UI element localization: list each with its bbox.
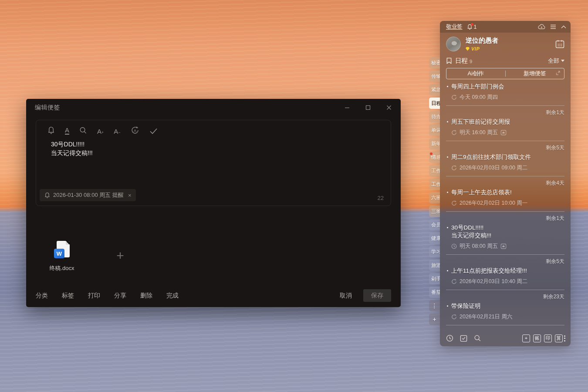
- category-tab-新年[interactable]: 新年: [429, 138, 440, 149]
- note-list-item[interactable]: 带保险证明 2026年02月21日 周六: [446, 302, 564, 325]
- panel-titlebar[interactable]: 敬业签 1: [440, 21, 571, 33]
- note-list-item[interactable]: 上午11点前把报表交给经理!!! 2026年02月03日 10:40 周二: [446, 267, 564, 290]
- note-content-box: A A+ A− A 30号DDL!!!!! 当天记得交稿!!! 2026-: [36, 120, 391, 206]
- alarm-badge-icon: [500, 130, 507, 135]
- editor-action-完成[interactable]: 完成: [166, 292, 179, 299]
- category-tab-剁手[interactable]: 剁手: [429, 273, 440, 284]
- sticky-notes-panel: 秘密传输紧急日程待办单词新年情感工作工作六班三班会员健康学习旅游剁手番茄⋮+ 敬…: [440, 21, 571, 346]
- minimize-button[interactable]: [342, 103, 352, 112]
- check-icon[interactable]: [149, 126, 158, 135]
- time-icon[interactable]: [446, 335, 453, 342]
- menu-icon[interactable]: [550, 24, 556, 29]
- clock-icon: [451, 243, 457, 249]
- editor-action-打印[interactable]: 打印: [88, 292, 100, 299]
- category-tab-紧急[interactable]: 紧急: [429, 84, 440, 95]
- font-decrease-icon[interactable]: A−: [114, 126, 120, 135]
- calendar-icon[interactable]: [555, 40, 564, 48]
- category-tab-传输[interactable]: 传输: [429, 71, 440, 82]
- note-title: 周二9点前往技术部门领取文件: [446, 153, 564, 162]
- editor-action-links: 分类标签打印分享删除完成: [36, 291, 193, 300]
- convert-icon[interactable]: A: [131, 126, 139, 135]
- editor-action-标签[interactable]: 标签: [62, 292, 74, 299]
- note-create-bar: Ai创作 新增便签: [446, 68, 564, 79]
- category-tab-日程[interactable]: 日程: [429, 98, 440, 109]
- editor-title: 编辑便签: [35, 104, 60, 112]
- add-attachment-button[interactable]: +: [107, 243, 133, 269]
- category-tab-三班[interactable]: 三班: [429, 206, 440, 217]
- footer-box-账[interactable]: 账: [533, 335, 541, 342]
- new-note-button[interactable]: 新增便签: [506, 70, 564, 78]
- note-title: 30号DDL!!!!!: [446, 224, 564, 232]
- category-tab-会员[interactable]: 会员: [429, 219, 440, 230]
- category-tab-健康[interactable]: 健康: [429, 233, 440, 244]
- remove-reminder-icon[interactable]: ×: [128, 192, 132, 199]
- notes-list: 每周四上午部门例会 今天 09:00 周四 剩余1天 周五下班前记得交周报 明天…: [440, 79, 571, 330]
- category-tab-工作[interactable]: 工作: [429, 165, 440, 176]
- note-list-item[interactable]: 每周四上午部门例会 今天 09:00 周四: [446, 83, 564, 106]
- note-text-area[interactable]: 30号DDL!!!!! 当天记得交稿!!!: [36, 137, 391, 158]
- search-icon[interactable]: [79, 126, 87, 135]
- bell-icon[interactable]: [47, 126, 55, 135]
- footer-box-+[interactable]: +: [522, 335, 530, 342]
- note-time-text: 2026年02月03日 10:40 周二: [460, 278, 527, 285]
- close-button[interactable]: [384, 103, 394, 112]
- alarm-badge-icon: [500, 243, 507, 249]
- ai-create-button[interactable]: Ai创作: [446, 70, 505, 78]
- note-title-line2: 当天记得交稿!!!: [446, 232, 564, 240]
- category-tab-学习[interactable]: 学习: [429, 246, 440, 257]
- cancel-button[interactable]: 取消: [340, 292, 352, 300]
- category-tab-工作[interactable]: 工作: [429, 179, 440, 190]
- attachment-item[interactable]: W 终稿.docx: [36, 234, 88, 272]
- font-increase-icon[interactable]: A+: [97, 126, 104, 135]
- category-tab-+[interactable]: +: [429, 314, 440, 325]
- more-icon[interactable]: [564, 335, 565, 341]
- bell-icon: [44, 192, 50, 199]
- search-icon[interactable]: [474, 335, 481, 342]
- note-editor-window: 编辑便签 A: [26, 99, 401, 307]
- maximize-button[interactable]: [363, 103, 373, 112]
- category-tab-六班[interactable]: 六班: [429, 192, 440, 203]
- note-list-item[interactable]: 每周一上午去总店领表! 2026年02月02日 10:00 周一: [446, 189, 564, 212]
- reminder-chip[interactable]: 2026-01-30 08:00 周五 提醒 ×: [40, 189, 136, 201]
- category-tab-番茄[interactable]: 番茄: [429, 287, 440, 298]
- svg-text:A: A: [134, 128, 136, 133]
- repeat-icon: [451, 200, 457, 206]
- footer-box-印[interactable]: 印: [544, 335, 552, 342]
- footer-box-算[interactable]: 算: [555, 335, 563, 342]
- avatar[interactable]: [446, 37, 461, 51]
- section-count: 9: [470, 59, 472, 64]
- editor-action-分类[interactable]: 分类: [36, 292, 48, 299]
- note-time-text: 明天 08:00 周五: [460, 243, 498, 250]
- notification-bell[interactable]: 1: [467, 24, 477, 30]
- remaining-days-label: 剩余5天: [446, 258, 564, 265]
- char-count: 22: [378, 195, 384, 201]
- notification-count: 1: [474, 24, 477, 30]
- cloud-sync-icon[interactable]: [538, 24, 545, 30]
- filter-dropdown[interactable]: 全部: [548, 57, 564, 65]
- save-button[interactable]: 保存: [363, 289, 391, 302]
- font-color-icon[interactable]: A: [65, 126, 69, 135]
- note-line-1: 30号DDL!!!!!: [51, 140, 379, 149]
- note-time-text: 今天 09:00 周四: [460, 94, 498, 101]
- vip-badge: VIP: [466, 46, 498, 51]
- category-tab-单词[interactable]: 单词: [429, 125, 440, 136]
- note-list-item[interactable]: 周五下班前记得交周报 明天 16:00 周五: [446, 118, 564, 141]
- divider: [446, 290, 564, 290]
- category-tab-⋮[interactable]: ⋮: [429, 300, 440, 311]
- category-tab-秘密[interactable]: 秘密: [429, 57, 440, 68]
- note-list-item[interactable]: 周二9点前往技术部门领取文件 2026年02月03日 09:00 周二: [446, 153, 564, 176]
- note-list-item[interactable]: 30号DDL!!!!! 当天记得交稿!!! 明天 08:00 周五: [446, 224, 564, 255]
- category-tab-情感[interactable]: 情感: [429, 152, 440, 163]
- editor-action-分享[interactable]: 分享: [114, 292, 126, 299]
- app-name[interactable]: 敬业签: [446, 23, 463, 30]
- note-title: 带保险证明: [446, 302, 564, 311]
- todo-calendar-icon[interactable]: [460, 335, 467, 342]
- editor-action-删除[interactable]: 删除: [140, 292, 152, 299]
- editor-titlebar[interactable]: 编辑便签: [26, 99, 401, 116]
- category-tab-旅游[interactable]: 旅游: [429, 260, 440, 271]
- repeat-icon: [451, 165, 457, 171]
- category-tab-待办[interactable]: 待办: [429, 111, 440, 122]
- word-doc-icon: W: [54, 241, 70, 259]
- corner-arrow-icon[interactable]: [556, 71, 561, 75]
- collapse-icon[interactable]: [561, 25, 566, 29]
